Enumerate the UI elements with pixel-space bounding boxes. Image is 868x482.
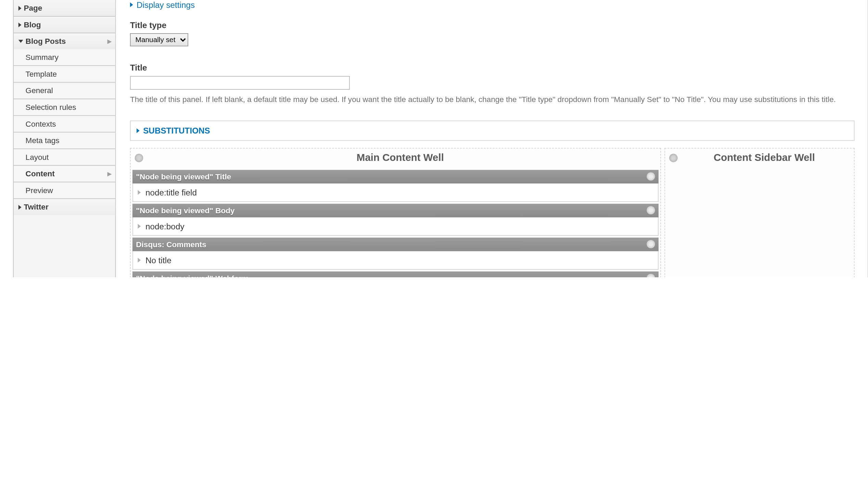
title-type-label: Title type <box>130 20 855 30</box>
sidebar-item-label: Contexts <box>26 119 56 128</box>
title-description: The title of this panel. If left blank, … <box>130 94 855 105</box>
sidebar-item-label: Preview <box>26 186 53 195</box>
sidebar-item-twitter[interactable]: Twitter <box>14 198 115 215</box>
gear-icon[interactable] <box>135 154 143 162</box>
sidebar-item-page[interactable]: Page <box>14 0 115 16</box>
pane-node-webform: "Node being viewed" Webform node:webform <box>132 271 659 277</box>
sidebar-item-preview[interactable]: Preview <box>14 182 115 199</box>
sidebar-item-general[interactable]: General <box>14 82 115 99</box>
region-title: Content Sidebar Well <box>678 152 851 164</box>
nav-sidebar: Page Blog Blog Posts ▸ Summary Template … <box>13 0 116 277</box>
chevron-right-icon: ▸ <box>107 169 112 178</box>
region-main-content-well: Main Content Well "Node being viewed" Ti… <box>130 148 661 277</box>
pane-header[interactable]: "Node being viewed" Title <box>132 169 659 183</box>
chevron-right-icon: ▸ <box>107 37 112 46</box>
sidebar-sub-blog-posts: Summary Template General Selection rules… <box>14 49 115 198</box>
pane-disqus-comments: Disqus: Comments No title <box>132 237 659 269</box>
pane-header[interactable]: "Node being viewed" Webform <box>132 271 659 277</box>
title-input[interactable] <box>130 76 350 90</box>
sidebar-item-summary[interactable]: Summary <box>14 49 115 65</box>
pane-header-label: Disqus: Comments <box>136 240 206 249</box>
gear-icon[interactable] <box>647 240 655 248</box>
caret-right-icon <box>138 190 141 194</box>
pane-header[interactable]: "Node being viewed" Body <box>132 203 659 217</box>
caret-right-icon <box>18 5 22 10</box>
sidebar-item-meta-tags[interactable]: Meta tags <box>14 132 115 149</box>
pane-body-label[interactable]: No title <box>145 255 171 265</box>
caret-right-icon <box>18 22 22 27</box>
title-type-select[interactable]: Manually set <box>130 33 188 46</box>
caret-right-icon <box>18 205 22 210</box>
main-content: Display settings Title type Manually set… <box>116 0 868 277</box>
sidebar-item-label: Content <box>26 169 55 178</box>
substitutions-label: Substitutions <box>143 126 210 135</box>
display-settings-link[interactable]: Display settings <box>130 0 195 14</box>
region-title: Main Content Well <box>143 152 658 164</box>
title-label: Title <box>130 63 855 73</box>
caret-right-icon <box>138 224 141 228</box>
pane-header[interactable]: Disqus: Comments <box>132 237 659 251</box>
sidebar-item-label: Meta tags <box>26 136 60 145</box>
pane-body-label[interactable]: node:body <box>145 221 184 231</box>
pane-header-label: "Node being viewed" Body <box>136 206 234 215</box>
sidebar-item-label: Selection rules <box>26 103 76 112</box>
pane-body-label[interactable]: node:title field <box>145 187 197 197</box>
sidebar-item-label: Template <box>26 69 57 78</box>
gear-icon[interactable] <box>669 154 677 162</box>
substitutions-toggle[interactable]: Substitutions <box>137 126 210 135</box>
pane-node-body: "Node being viewed" Body node:body <box>132 203 659 236</box>
caret-right-icon <box>130 2 133 7</box>
pane-node-title: "Node being viewed" Title node:title fie… <box>132 169 659 202</box>
sidebar-item-selection-rules[interactable]: Selection rules <box>14 99 115 115</box>
sidebar-item-label: Twitter <box>24 203 48 212</box>
caret-right-icon <box>138 257 141 262</box>
sidebar-item-label: Blog Posts <box>26 37 66 46</box>
caret-down-icon <box>18 40 23 43</box>
sidebar-item-label: Blog <box>24 20 41 29</box>
sidebar-item-label: Summary <box>26 53 59 62</box>
pane-header-label: "Node being viewed" Title <box>136 172 231 181</box>
sidebar-item-blog-posts[interactable]: Blog Posts ▸ <box>14 33 115 49</box>
sidebar-item-layout[interactable]: Layout <box>14 149 115 165</box>
sidebar-item-label: General <box>26 86 53 95</box>
sidebar-item-content[interactable]: Content ▸ <box>14 165 115 182</box>
region-content-sidebar-well: Content Sidebar Well <box>664 148 854 277</box>
sidebar-item-template[interactable]: Template <box>14 65 115 82</box>
display-settings-label: Display settings <box>137 0 195 10</box>
sidebar-item-contexts[interactable]: Contexts <box>14 115 115 132</box>
sidebar-item-label: Page <box>24 3 42 12</box>
gear-icon[interactable] <box>647 274 655 277</box>
substitutions-fieldset: Substitutions <box>130 120 855 140</box>
pane-header-label: "Node being viewed" Webform <box>136 274 248 277</box>
sidebar-item-blog[interactable]: Blog <box>14 16 115 33</box>
gear-icon[interactable] <box>647 206 655 214</box>
caret-right-icon <box>137 128 140 133</box>
gear-icon[interactable] <box>647 172 655 180</box>
sidebar-item-label: Layout <box>26 153 49 162</box>
